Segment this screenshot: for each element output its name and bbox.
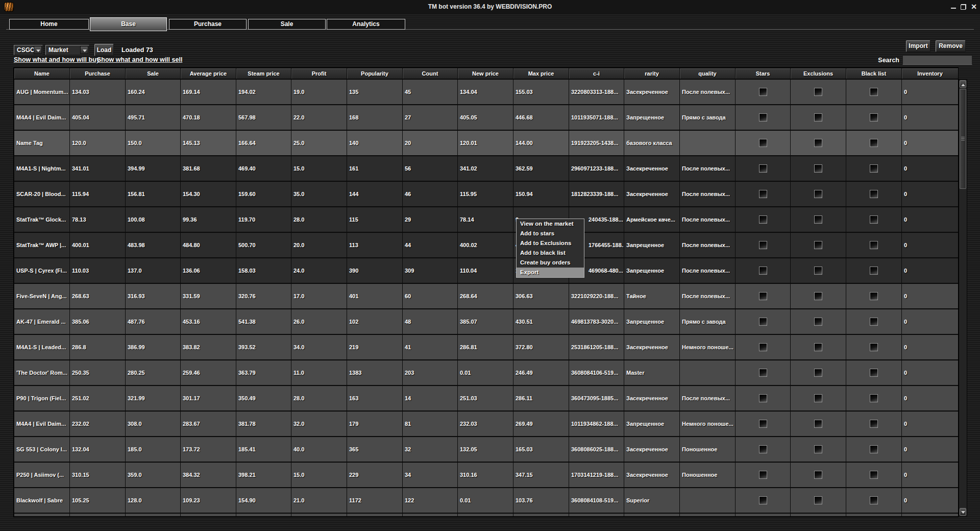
- table-row[interactable]: Blackwolf | Sabre105.25128.0109.23154.90…: [14, 488, 959, 513]
- game-select[interactable]: CSGO: [14, 45, 43, 55]
- stars-checkbox[interactable]: [759, 113, 767, 122]
- table-row[interactable]: USP-S | Cyrex (Fi...110.03137.0136.06158…: [14, 258, 959, 283]
- tab-purchase[interactable]: Purchase: [169, 19, 247, 30]
- blacklist-checkbox[interactable]: [870, 420, 878, 428]
- stars-checkbox[interactable]: [759, 267, 767, 275]
- tab-analytics[interactable]: Analytics: [327, 19, 405, 30]
- table-row[interactable]: M4A1-S | Nightm...341.01394.99381.68469.…: [14, 156, 959, 181]
- blacklist-checkbox[interactable]: [870, 190, 878, 198]
- blacklist-checkbox[interactable]: [870, 471, 878, 479]
- exclusions-checkbox[interactable]: [814, 215, 822, 224]
- column-header-profit[interactable]: Profit: [291, 68, 347, 79]
- exclusions-checkbox[interactable]: [814, 394, 822, 402]
- table-row[interactable]: P90 | Trigon (Fiel...251.02321.99301.173…: [14, 385, 959, 411]
- column-header-new_price[interactable]: New price: [458, 68, 513, 79]
- exclusions-checkbox[interactable]: [814, 496, 822, 504]
- exclusions-checkbox[interactable]: [814, 445, 822, 453]
- blacklist-checkbox[interactable]: [870, 318, 878, 326]
- exclusions-checkbox[interactable]: [814, 369, 822, 377]
- stars-checkbox[interactable]: [759, 292, 767, 300]
- blacklist-checkbox[interactable]: [870, 445, 878, 453]
- stars-checkbox[interactable]: [759, 496, 767, 504]
- stars-checkbox[interactable]: [759, 318, 767, 326]
- table-row[interactable]: M4A4 | Evil Daim...405.04495.71470.18567…: [14, 105, 959, 130]
- table-row[interactable]: StatTrak™ AWP |...400.01483.98484.80500.…: [14, 232, 959, 258]
- context-menu-item-add-to-exclusions[interactable]: Add to Exclusions: [517, 238, 584, 248]
- table-row[interactable]: AK-47 | Emerald ...385.06487.76453.16541…: [14, 309, 959, 334]
- exclusions-checkbox[interactable]: [814, 113, 822, 122]
- table-row[interactable]: AUG | Momentum...134.03160.24169.14194.0…: [14, 79, 959, 105]
- blacklist-checkbox[interactable]: [870, 164, 878, 173]
- exclusions-checkbox[interactable]: [814, 471, 822, 479]
- game-select-arrow-icon[interactable]: [34, 46, 42, 54]
- search-input[interactable]: [902, 55, 972, 65]
- stars-checkbox[interactable]: [759, 445, 767, 453]
- stars-checkbox[interactable]: [759, 215, 767, 224]
- exclusions-checkbox[interactable]: [814, 241, 822, 249]
- blacklist-checkbox[interactable]: [870, 139, 878, 147]
- context-menu-item-create-buy-orders[interactable]: Create buy orders: [517, 258, 584, 268]
- scrollbar-thumb[interactable]: [960, 89, 966, 189]
- column-header-quality[interactable]: quality: [680, 68, 736, 79]
- table-row[interactable]: [14, 513, 959, 517]
- blacklist-checkbox[interactable]: [870, 369, 878, 377]
- column-header-ci[interactable]: c-i: [569, 68, 624, 79]
- scroll-up-icon[interactable]: [960, 80, 966, 88]
- minimize-icon[interactable]: [951, 4, 956, 10]
- table-row[interactable]: P250 | Asiimov (...310.15359.0384.32398.…: [14, 462, 959, 488]
- column-header-max_price[interactable]: Max price: [513, 68, 569, 79]
- blacklist-checkbox[interactable]: [870, 343, 878, 351]
- tab-home[interactable]: Home: [9, 19, 89, 30]
- column-header-purchase[interactable]: Purchase: [70, 68, 126, 79]
- table-row[interactable]: StatTrak™ Glock...78.13100.0899.36119.70…: [14, 207, 959, 232]
- table-row[interactable]: M4A1-S | Leaded...286.8386.99383.82393.5…: [14, 334, 959, 360]
- blacklist-checkbox[interactable]: [870, 88, 878, 96]
- stars-checkbox[interactable]: [759, 164, 767, 173]
- column-header-stars_cb[interactable]: Stars: [736, 68, 791, 79]
- vertical-scrollbar[interactable]: [959, 79, 967, 517]
- import-button[interactable]: Import: [906, 40, 930, 52]
- stars-checkbox[interactable]: [759, 139, 767, 147]
- exclusions-checkbox[interactable]: [814, 292, 822, 300]
- exclusions-checkbox[interactable]: [814, 190, 822, 198]
- blacklist-checkbox[interactable]: [870, 113, 878, 122]
- blacklist-checkbox[interactable]: [870, 496, 878, 504]
- exclusions-checkbox[interactable]: [814, 88, 822, 96]
- context-menu-item-export[interactable]: Export: [517, 268, 584, 277]
- context-menu-item-view-on-the-market[interactable]: View on the market: [517, 219, 584, 229]
- show-buy-link[interactable]: Show what and how will buy: [14, 56, 100, 63]
- exclusions-checkbox[interactable]: [814, 267, 822, 275]
- stars-checkbox[interactable]: [759, 471, 767, 479]
- close-icon[interactable]: ✕: [971, 3, 977, 10]
- stars-checkbox[interactable]: [759, 369, 767, 377]
- blacklist-checkbox[interactable]: [870, 394, 878, 402]
- table-row[interactable]: SCAR-20 | Blood...115.94156.81154.30159.…: [14, 181, 959, 207]
- remove-button[interactable]: Remove: [936, 40, 966, 52]
- maximize-icon[interactable]: [961, 4, 966, 10]
- column-header-count[interactable]: Count: [403, 68, 458, 79]
- market-select[interactable]: Market: [45, 45, 89, 55]
- table-row[interactable]: Name Tag120.0150.0145.13166.6425.0140201…: [14, 130, 959, 156]
- table-row[interactable]: M4A4 | Evil Daim...232.02308.0283.67381.…: [14, 411, 959, 437]
- load-button[interactable]: Load: [94, 44, 114, 56]
- column-header-name[interactable]: Name: [14, 68, 70, 79]
- exclusions-checkbox[interactable]: [814, 343, 822, 351]
- tab-sale[interactable]: Sale: [248, 19, 326, 30]
- column-header-average_price[interactable]: Average price: [181, 68, 236, 79]
- scroll-down-icon[interactable]: [960, 508, 966, 516]
- column-header-rarity[interactable]: rarity: [624, 68, 680, 79]
- column-header-popularity[interactable]: Popularity: [347, 68, 403, 79]
- context-menu-item-add-to-stars[interactable]: Add to stars: [517, 229, 584, 238]
- blacklist-checkbox[interactable]: [870, 241, 878, 249]
- exclusions-checkbox[interactable]: [814, 420, 822, 428]
- table-row[interactable]: SG 553 | Colony l...132.04185.0173.72185…: [14, 437, 959, 462]
- blacklist-checkbox[interactable]: [870, 215, 878, 224]
- market-select-arrow-icon[interactable]: [80, 46, 88, 54]
- exclusions-checkbox[interactable]: [814, 139, 822, 147]
- blacklist-checkbox[interactable]: [870, 267, 878, 275]
- column-header-exclusions_cb[interactable]: Exclusions: [791, 68, 846, 79]
- stars-checkbox[interactable]: [759, 394, 767, 402]
- tab-base[interactable]: Base: [90, 17, 167, 31]
- stars-checkbox[interactable]: [759, 190, 767, 198]
- exclusions-checkbox[interactable]: [814, 318, 822, 326]
